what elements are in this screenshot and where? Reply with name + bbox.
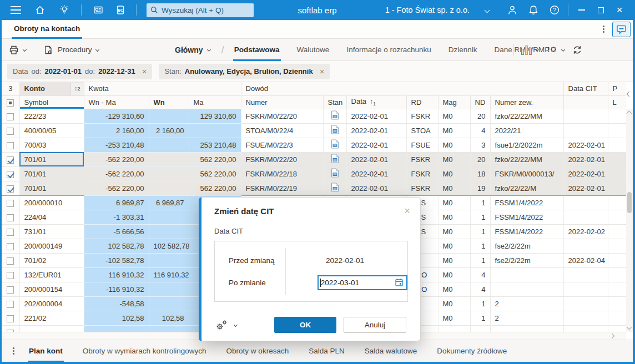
cell-wn-ma[interactable]: -129 310,60	[84, 109, 149, 123]
header-stan[interactable]: Stan	[323, 95, 346, 109]
tab-obroty-na-kontach[interactable]: Obroty na kontach	[12, 20, 82, 39]
bottom-tab-obroty-wymiary[interactable]: Obroty w wymiarach kontrolingowych	[82, 340, 208, 362]
scrollbar-thumb[interactable]	[627, 192, 632, 213]
row-checkbox[interactable]	[2, 138, 19, 152]
cell-wn-ma[interactable]: 102 582,78	[84, 239, 149, 253]
header-group-p[interactable]: P	[608, 82, 626, 95]
cell-nd[interactable]: 1	[470, 210, 490, 224]
cell-symbol[interactable]: 222/23	[19, 109, 84, 123]
cell-mag[interactable]: M0	[438, 138, 470, 152]
row-checkbox[interactable]	[2, 166, 19, 181]
more-vertical-icon[interactable]	[13, 350, 14, 352]
table-row[interactable]: 701/01 -562 220,00 562 220,00 FSKR/M0/22…	[2, 166, 626, 181]
cell-p-l[interactable]	[608, 166, 626, 181]
cell-nd[interactable]: 4	[470, 282, 490, 296]
sort-asc-2-icon[interactable]: ↑2	[70, 83, 84, 95]
scroll-right-icon[interactable]	[609, 333, 615, 339]
cell-mag[interactable]: M0	[438, 152, 470, 166]
comments-button[interactable]	[612, 22, 631, 37]
cell-p-l[interactable]	[608, 195, 626, 210]
cell-data-cit[interactable]	[563, 296, 608, 311]
cell-rd[interactable]: FSKR	[406, 109, 438, 123]
cell-data-cit[interactable]: 2022-02-02	[563, 224, 608, 239]
cell-data-cit[interactable]	[563, 123, 608, 138]
cell-wn-ma[interactable]: 2 160,00	[84, 123, 149, 138]
cell-p-l[interactable]	[608, 109, 626, 123]
cell-mag[interactable]: M0	[438, 311, 470, 325]
cell-mag[interactable]: M0	[438, 253, 470, 267]
cell-nd[interactable]: 1	[470, 253, 490, 267]
cell-p-l[interactable]	[608, 311, 626, 325]
remove-filter-icon[interactable]: ×	[320, 67, 325, 76]
cell-numer[interactable]: STOA/M0/22/4	[241, 123, 323, 138]
cell-nd[interactable]	[470, 325, 490, 332]
minimize-icon[interactable]	[575, 3, 588, 17]
cell-symbol[interactable]: 701/02	[19, 253, 84, 267]
bottom-tab-obroty-okresy[interactable]: Obroty w okresach	[225, 340, 290, 362]
cell-data-cit[interactable]	[563, 325, 608, 332]
cell-mag[interactable]: M0	[438, 296, 470, 311]
row-checkbox[interactable]	[2, 224, 19, 239]
view-tab-podstawowa[interactable]: Podstawowa	[233, 39, 281, 61]
bottom-tab-plan-kont[interactable]: Plan kont	[28, 340, 64, 362]
notifications-icon[interactable]	[527, 3, 540, 17]
header-l[interactable]: L	[608, 95, 626, 109]
cell-wn[interactable]: 102,58	[149, 311, 189, 325]
cell-symbol[interactable]: 132/EUR01	[19, 267, 84, 282]
cell-stan[interactable]	[323, 166, 346, 181]
cell-symbol[interactable]: 701/01	[19, 181, 84, 195]
more-vertical-icon[interactable]	[603, 28, 604, 30]
view-tab-informacje[interactable]: Informacje o rozrachunku	[345, 39, 432, 61]
cell-wn[interactable]: 6 969,87	[149, 195, 189, 210]
cell-wn[interactable]	[149, 325, 189, 332]
cell-mag[interactable]: M0	[438, 195, 470, 210]
header-symbol[interactable]: Symbol	[19, 95, 84, 109]
cell-p-l[interactable]	[608, 253, 626, 267]
cell-wn[interactable]	[149, 138, 189, 152]
cell-numer-zew[interactable]: fse2/2/22m	[490, 239, 563, 253]
news-icon[interactable]	[92, 3, 105, 17]
cell-data[interactable]: 2022-02-01	[346, 152, 406, 166]
cell-nd[interactable]: 1	[470, 195, 490, 210]
cell-p-l[interactable]	[608, 239, 626, 253]
cell-nd[interactable]: 20	[470, 109, 490, 123]
cell-p-l[interactable]	[608, 138, 626, 152]
cell-data-cit[interactable]	[563, 239, 608, 253]
cell-mag[interactable]: M0	[438, 210, 470, 224]
checkbox-indeterminate[interactable]	[7, 99, 14, 107]
cell-wn[interactable]	[149, 210, 189, 224]
cell-data-cit[interactable]	[563, 195, 608, 210]
cell-data-cit[interactable]	[563, 210, 608, 224]
row-checkbox[interactable]	[2, 152, 19, 166]
cell-data[interactable]: 2022-02-01	[346, 138, 406, 152]
table-row[interactable]: 222/23 -129 310,60 129 310,60 FSKR/M0/22…	[2, 109, 626, 123]
row-checkbox[interactable]	[2, 253, 19, 267]
calendar-icon[interactable]	[395, 278, 404, 287]
cell-mag[interactable]: M0	[438, 282, 470, 296]
cell-rd[interactable]: FSKR	[406, 152, 438, 166]
cell-nd[interactable]: 20	[470, 152, 490, 166]
print-button[interactable]	[8, 44, 26, 55]
cell-nd[interactable]: 4	[470, 267, 490, 282]
chart-button[interactable]	[521, 45, 538, 55]
maximize-icon[interactable]	[594, 3, 607, 17]
cell-numer[interactable]: FSUE/M0/22/3	[241, 138, 323, 152]
row-checkbox[interactable]	[2, 239, 19, 253]
chevron-down-icon[interactable]	[95, 48, 99, 52]
cell-numer-zew[interactable]	[490, 282, 563, 296]
chevron-down-icon[interactable]	[23, 48, 27, 52]
cell-wn-ma[interactable]: -562 220,00	[84, 152, 149, 166]
cell-symbol[interactable]: 202/000004	[19, 296, 84, 311]
view-tab-dziennik[interactable]: Dziennik	[447, 39, 478, 61]
cell-wn[interactable]	[149, 296, 189, 311]
refresh-button[interactable]	[572, 44, 583, 55]
sort-asc-1-icon[interactable]: ↑1	[370, 98, 376, 105]
header-group-konto[interactable]: Konto↑2	[19, 82, 84, 95]
cell-numer-zew[interactable]: FSSM1/4/2022	[490, 224, 563, 239]
cell-symbol[interactable]: 701/01	[19, 152, 84, 166]
cell-stan[interactable]	[323, 181, 346, 195]
table-row[interactable]: 701/01 -562 220,00 562 220,00 FSKR/M0/22…	[2, 181, 626, 195]
cell-wn[interactable]	[149, 282, 189, 296]
cell-symbol[interactable]: 224/04	[19, 210, 84, 224]
cell-symbol[interactable]	[19, 325, 84, 332]
